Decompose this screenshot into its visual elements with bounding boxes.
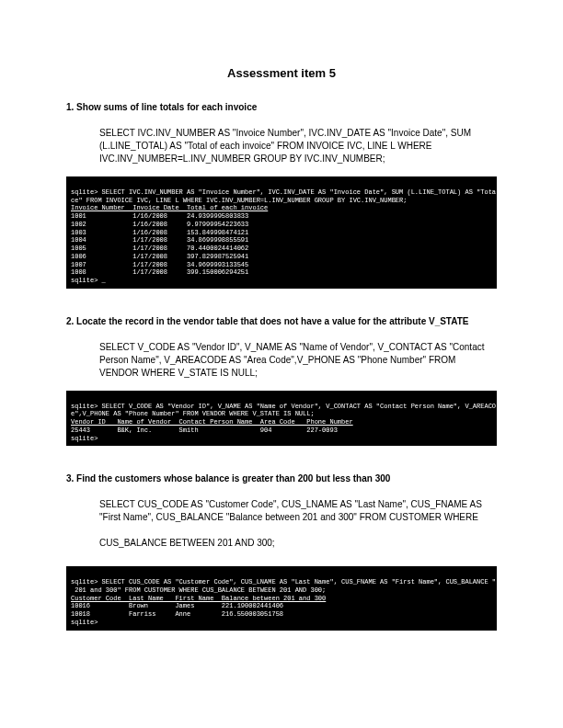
q1-shot-line: ce" FROM INVOICE IVC, LINE L WHERE IVC.I… <box>71 197 407 204</box>
q2-shot-line: sqlite> SELECT V_CODE AS "Vendor ID", V_… <box>71 403 497 410</box>
q1-shot-line: sqlite> SELECT IVC.INV_NUMBER AS "Invoic… <box>71 188 497 196</box>
q3-shot-header: Customer Code Last Name First Name Balan… <box>71 595 326 602</box>
q3-sql: SELECT CUS_CODE AS "Customer Code", CUS_… <box>99 498 497 550</box>
q1-row: 1002 1/16/2008 9.97999954223633 <box>71 221 248 228</box>
q3-shot-line: 201 and 300" FROM CUSTOMER WHERE CUS_BAL… <box>71 586 326 594</box>
q1-heading: 1. Show sums of line totals for each inv… <box>66 102 497 112</box>
page-title: Assessment item 5 <box>66 66 497 80</box>
q2-sql: SELECT V_CODE AS "Vendor ID", V_NAME AS … <box>99 341 497 380</box>
q2-heading: 2. Locate the record in the vendor table… <box>66 316 497 326</box>
q1-sql: SELECT IVC.INV_NUMBER AS "Invoice Number… <box>99 127 497 165</box>
q2-shot-header: Vendor ID Name of Vendor Contact Person … <box>71 418 353 426</box>
q1-prompt: sqlite> _ <box>71 277 106 284</box>
q3-sql-line: CUS_BALANCE BETWEEN 201 AND 300; <box>99 538 275 548</box>
q2-row: 25443 B&K, Inc. Smith 904 227-0093 <box>71 427 338 434</box>
q2-prompt: sqlite> <box>71 435 98 442</box>
q2-screenshot: sqlite> SELECT V_CODE AS "Vendor ID", V_… <box>66 391 497 447</box>
q1-row: 1007 1/17/2008 34.9699993133545 <box>71 261 248 268</box>
q1-row: 1005 1/17/2008 70.4400024414062 <box>71 245 248 252</box>
q1-row: 1004 1/17/2008 34.8699998855591 <box>71 236 248 244</box>
q1-row: 1001 1/16/2008 24.9399995803833 <box>71 212 248 220</box>
q1-row: 1003 1/16/2008 153.849998474121 <box>71 229 248 236</box>
q3-row: 10018 Farriss Anne 216.550003051758 <box>71 610 283 618</box>
q3-heading: 3. Find the customers whose balance is g… <box>66 473 497 483</box>
q1-shot-header: Invoice Number Invoice Date Total of eac… <box>71 204 268 211</box>
q3-prompt: sqlite> <box>71 619 98 626</box>
q1-screenshot: sqlite> SELECT IVC.INV_NUMBER AS "Invoic… <box>66 176 497 289</box>
q3-shot-line: sqlite> SELECT CUS_CODE AS "Customer Cod… <box>71 578 497 586</box>
q1-row: 1008 1/17/2008 399.150006294251 <box>71 268 248 276</box>
q3-sql-line: SELECT CUS_CODE AS "Customer Code", CUS_… <box>99 499 482 522</box>
q1-row: 1006 1/17/2008 397.829987525941 <box>71 253 248 260</box>
q3-row: 10016 Brown James 221.190002441406 <box>71 602 283 609</box>
q3-screenshot: sqlite> SELECT CUS_CODE AS "Customer Cod… <box>66 566 497 630</box>
q2-shot-line: e",V_PHONE AS "Phone Number" FROM VENDOR… <box>71 410 315 417</box>
